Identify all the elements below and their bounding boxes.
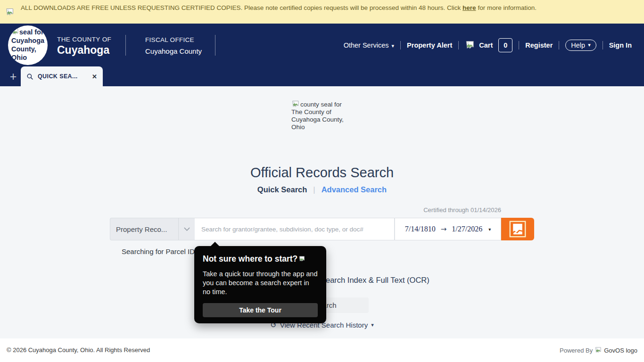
chevron-down-icon: ▾ — [371, 322, 374, 328]
copyright-text: © 2026 Cuyahoga County, Ohio. All Rights… — [7, 346, 150, 354]
search-icon — [26, 73, 33, 80]
register-link[interactable]: Register — [525, 41, 553, 49]
broken-image-icon — [509, 221, 526, 238]
close-icon[interactable]: ✕ — [92, 73, 97, 80]
announcement-text: ALL DOWNLOADS ARE FREE UNLESS REQUESTING… — [21, 4, 594, 12]
main-content: county seal for The County of Cuyahoga C… — [0, 86, 644, 338]
cart-count-badge: 0 — [498, 38, 512, 52]
cart-button[interactable]: Cart 0 — [465, 38, 512, 52]
chevron-down-icon: ▾ — [588, 42, 591, 48]
county-seal[interactable]: seal for Cuyahoga County, Ohio — [8, 25, 48, 65]
county-seal-image-broken: county seal for The County of Cuyahoga C… — [291, 100, 354, 131]
powered-by-label: Powered By — [560, 347, 593, 354]
county-seal-alt-text: seal for Cuyahoga County, Ohio — [11, 28, 44, 61]
sign-in-link[interactable]: Sign In — [609, 41, 632, 49]
nav-divider — [458, 41, 459, 49]
fiscal-office-brand: FISCAL OFFICE Cuyahoga County — [145, 36, 202, 55]
nav-divider — [400, 41, 401, 49]
page-title: Official Records Search — [0, 165, 644, 181]
other-services-menu[interactable]: Other Services▾ — [344, 41, 394, 49]
property-alert-link[interactable]: Property Alert — [407, 41, 452, 49]
doc-type-dropdown[interactable]: Property Reco... — [110, 218, 195, 240]
county-brand[interactable]: THE COUNTY OF Cuyahoga — [57, 36, 111, 57]
search-submit-button[interactable] — [501, 218, 534, 240]
announcement-text-after: for more information. — [476, 4, 537, 11]
tooltip-arrow — [210, 242, 220, 247]
top-navigation: Other Services▾ Property Alert Cart 0 Re… — [344, 24, 632, 66]
take-the-tour-button[interactable]: Take the Tour — [203, 303, 318, 317]
header-divider — [215, 35, 215, 56]
date-to-value: 1/27/2026 — [452, 225, 482, 233]
doc-type-selected-value: Property Reco... — [116, 225, 178, 233]
certified-through-note: Certified through 01/14/2026 — [423, 206, 501, 214]
quick-search-bar: Property Reco... 7/14/1810 → 1/27/2026 ▾ — [110, 218, 534, 240]
govos-logo-alt-text: GovOS logo — [604, 347, 637, 354]
header-divider — [125, 35, 126, 56]
parcel-id-hint-link[interactable]: Searching for Parcel ID? — [122, 247, 198, 255]
fiscal-office-label: FISCAL OFFICE — [145, 36, 202, 43]
fiscal-office-name: Cuyahoga County — [145, 47, 202, 55]
nav-divider — [519, 41, 519, 49]
tooltip-body: Take a quick tour through the app and yo… — [203, 270, 318, 296]
cart-label: Cart — [479, 41, 493, 49]
ocr-search-option-label[interactable]: Search Index & Full Text (OCR) — [321, 276, 429, 285]
search-input[interactable] — [195, 218, 395, 240]
tab-advanced-search[interactable]: Advanced Search — [322, 185, 387, 194]
announcement-banner: ALL DOWNLOADS ARE FREE UNLESS REQUESTING… — [0, 0, 644, 24]
page-footer: © 2026 Cuyahoga County, Ohio. All Rights… — [0, 338, 644, 362]
broken-image-icon — [594, 346, 602, 354]
new-tab-button[interactable]: + — [6, 69, 20, 84]
broken-image-icon — [11, 28, 19, 36]
site-header: seal for Cuyahoga County, Ohio THE COUNT… — [0, 24, 644, 66]
date-from-value: 7/14/1810 — [405, 225, 436, 233]
date-range-picker[interactable]: 7/14/1810 → 1/27/2026 ▾ — [395, 218, 501, 240]
cart-icon — [465, 40, 475, 50]
here-link[interactable]: here — [462, 4, 476, 11]
search-tab-strip: + QUICK SEA... ✕ — [0, 66, 644, 86]
nav-divider — [603, 41, 603, 49]
tab-quick-search[interactable]: Quick Search — [257, 185, 307, 194]
chevron-down-icon: ▾ — [488, 227, 491, 232]
help-menu[interactable]: Help▾ — [565, 40, 596, 51]
tooltip-title: Not sure where to start? — [203, 254, 318, 264]
powered-by: Powered By GovOS logo — [560, 346, 637, 354]
broken-image-icon — [5, 8, 15, 17]
county-brand-name: Cuyahoga — [57, 44, 111, 57]
broken-image-icon — [291, 100, 300, 108]
chevron-down-icon: ▾ — [392, 43, 395, 49]
tab-title: QUICK SEA... — [38, 73, 78, 80]
chevron-down-icon — [179, 227, 195, 231]
arrow-right-icon: → — [441, 225, 447, 233]
nav-divider — [559, 41, 559, 49]
tab-divider: | — [313, 185, 315, 194]
announcement-text-before: ALL DOWNLOADS ARE FREE UNLESS REQUESTING… — [21, 4, 462, 11]
broken-image-icon — [298, 255, 305, 263]
quick-search-tab[interactable]: QUICK SEA... ✕ — [21, 66, 103, 86]
county-brand-label: THE COUNTY OF — [57, 36, 111, 43]
page: ALL DOWNLOADS ARE FREE UNLESS REQUESTING… — [0, 0, 644, 362]
search-mode-tabs: Quick Search | Advanced Search — [0, 185, 644, 194]
tour-tooltip: Not sure where to start? Take a quick to… — [194, 246, 326, 323]
